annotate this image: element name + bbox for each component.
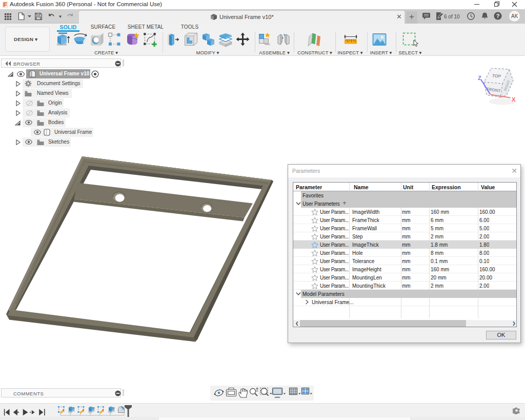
svg-text:TOP: TOP — [492, 73, 501, 78]
svg-text:X: X — [512, 96, 516, 103]
svg-text:?: ? — [496, 13, 500, 19]
svg-text:Z: Z — [478, 75, 481, 81]
